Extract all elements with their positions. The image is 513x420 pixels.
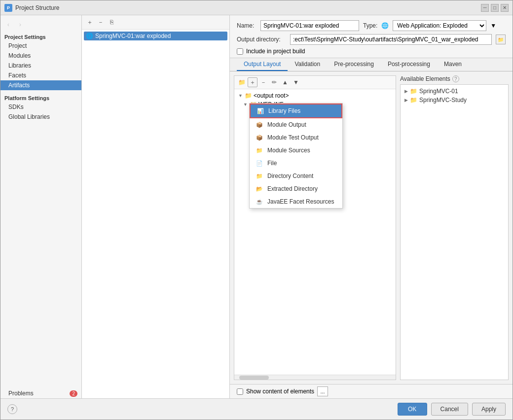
available-elements-header: Available Elements ? <box>400 75 509 82</box>
dropdown-item-label: Library Files <box>268 107 300 114</box>
name-label: Name: <box>237 22 256 29</box>
show-content-label: Show content of elements <box>246 388 314 395</box>
layout-add-btn[interactable]: ＋ <box>248 77 257 87</box>
sidebar-item-modules[interactable]: Modules <box>0 51 81 61</box>
sidebar-item-facets[interactable]: Facets <box>0 70 81 80</box>
dropdown-menu: 📊 Library Files 📦 Module Output 📦 Module… <box>249 103 343 209</box>
tab-validation[interactable]: Validation <box>288 58 327 71</box>
available-tree: ▶ 📁 SpringMVC-01 ▶ 📁 SpringMVC-Study <box>400 84 509 380</box>
type-dropdown-arrow: ▼ <box>490 22 496 29</box>
project-structure-window: P Project Structure ─ □ ✕ ‹ › Project Se… <box>0 0 513 420</box>
output-dir-row: Output directory: 📁 <box>237 34 506 45</box>
layout-remove-btn[interactable]: － <box>258 77 268 87</box>
artifact-item-war-exploded[interactable]: 🌐 SpringMVC-01:war exploded <box>84 32 227 40</box>
tab-pre-processing[interactable]: Pre-processing <box>327 58 381 71</box>
tree-item-label: <output root> <box>254 92 289 99</box>
remove-artifact-button[interactable]: － <box>96 17 106 27</box>
maximize-button[interactable]: □ <box>491 4 499 12</box>
window-title: Project Structure <box>15 4 59 11</box>
ok-button[interactable]: OK <box>398 403 427 416</box>
tree-scrollbar[interactable] <box>234 375 396 380</box>
type-icon: 🌐 <box>381 22 389 29</box>
sidebar-item-problems[interactable]: Problems 2 <box>0 388 81 398</box>
browse-output-dir-button[interactable]: 📁 <box>496 35 506 44</box>
apply-button[interactable]: Apply <box>472 403 506 416</box>
avail-item-springmvc01[interactable]: ▶ 📁 SpringMVC-01 <box>403 87 506 96</box>
layout-down-btn[interactable]: ▼ <box>291 77 301 87</box>
back-button[interactable]: ‹ <box>3 19 13 29</box>
platform-settings-section: Platform Settings <box>0 90 81 102</box>
expand-arrow: ▼ <box>238 93 243 98</box>
layout-tree-panel: 📁 ＋ － ✏ ▲ ▼ ▼ 📁 <out <box>234 75 396 380</box>
output-dir-label: Output directory: <box>237 36 286 43</box>
module-test-output-icon: 📦 <box>256 134 263 141</box>
title-bar: P Project Structure ─ □ ✕ <box>0 0 513 15</box>
type-label: Type: <box>363 22 377 29</box>
app-icon: P <box>4 4 12 12</box>
include-in-build-row: Include in project build <box>237 48 506 55</box>
forward-button[interactable]: › <box>15 19 25 29</box>
available-elements-help-icon: ? <box>452 75 459 82</box>
type-select[interactable]: Web Application: Exploded <box>393 20 486 31</box>
artifact-icon: 🌐 <box>86 33 93 39</box>
sidebar-item-project[interactable]: Project <box>0 41 81 51</box>
tabs-bar: Output Layout Validation Pre-processing … <box>230 58 513 71</box>
copy-artifact-button[interactable]: ⎘ <box>107 17 116 27</box>
show-content-checkbox[interactable] <box>237 388 243 395</box>
dropdown-item-label-3: Module Test Output <box>267 134 319 141</box>
window-controls: ─ □ ✕ <box>481 4 509 12</box>
dropdown-item-library-files[interactable]: 📊 Library Files <box>250 104 342 118</box>
dropdown-item-module-sources[interactable]: 📁 Module Sources <box>250 144 342 157</box>
avail-expand-arrow: ▶ <box>404 89 408 94</box>
sidebar-item-artifacts[interactable]: Artifacts <box>0 80 81 90</box>
dropdown-item-extracted-directory[interactable]: 📂 Extracted Directory <box>250 182 342 195</box>
avail-folder-icon-2: 📁 <box>410 97 417 104</box>
dropdown-item-label-6: Directory Content <box>267 173 313 179</box>
avail-folder-icon: 📁 <box>410 88 417 95</box>
dropdown-item-javaee-facet[interactable]: ☕ JavaEE Facet Resources <box>250 195 342 208</box>
sidebar-item-global-libraries[interactable]: Global Libraries <box>0 112 81 122</box>
dropdown-item-module-test-output[interactable]: 📦 Module Test Output <box>250 131 342 144</box>
dropdown-item-file[interactable]: 📄 File <box>250 157 342 170</box>
avail-item-label-2: SpringMVC-Study <box>419 97 467 104</box>
layout-toolbar: 📁 ＋ － ✏ ▲ ▼ <box>234 76 396 89</box>
output-dir-input[interactable] <box>290 34 492 45</box>
layout-edit-btn[interactable]: ✏ <box>269 77 279 87</box>
dropdown-item-label-7: Extracted Directory <box>267 185 318 192</box>
avail-item-label: SpringMVC-01 <box>419 88 458 95</box>
minimize-button[interactable]: ─ <box>481 4 489 12</box>
footer: ? OK Cancel Apply <box>0 398 513 420</box>
sidebar-item-sdks[interactable]: SDKs <box>0 102 81 112</box>
tree-item-output-root[interactable]: ▼ 📁 <output root> <box>236 91 394 100</box>
layout-folder-btn[interactable]: 📁 <box>237 77 247 87</box>
include-in-build-checkbox[interactable] <box>237 48 243 55</box>
layout-up-btn[interactable]: ▲ <box>280 77 290 87</box>
tab-post-processing[interactable]: Post-processing <box>381 58 437 71</box>
dropdown-item-label-2: Module Output <box>267 121 306 128</box>
artifact-tree: 🌐 SpringMVC-01:war exploded <box>82 30 229 398</box>
scroll-thumb <box>239 376 269 380</box>
add-artifact-button[interactable]: ＋ <box>85 17 95 27</box>
sidebar-nav: ‹ › <box>0 17 81 31</box>
name-input[interactable] <box>260 20 359 31</box>
extracted-dir-icon: 📂 <box>256 185 263 193</box>
footer-left: ? <box>7 404 394 414</box>
show-content-more-button[interactable]: ... <box>317 386 328 396</box>
name-row: Name: Type: 🌐 Web Application: Exploded … <box>237 20 506 31</box>
tab-output-layout[interactable]: Output Layout <box>237 58 288 71</box>
artifact-toolbar: ＋ － ⎘ <box>82 15 229 30</box>
help-button[interactable]: ? <box>7 404 17 414</box>
available-elements-panel: Available Elements ? ▶ 📁 SpringMVC-01 ▶ … <box>400 75 509 380</box>
right-panel: Name: Type: 🌐 Web Application: Exploded … <box>230 15 513 398</box>
cancel-button[interactable]: Cancel <box>431 403 468 416</box>
avail-item-springmvc-study[interactable]: ▶ 📁 SpringMVC-Study <box>403 96 506 105</box>
sidebar-item-libraries[interactable]: Libraries <box>0 61 81 70</box>
close-button[interactable]: ✕ <box>501 4 509 12</box>
library-files-icon: 📊 <box>256 107 264 115</box>
file-dd-icon: 📄 <box>256 159 263 167</box>
dropdown-item-module-output[interactable]: 📦 Module Output <box>250 118 342 131</box>
directory-content-icon: 📁 <box>256 172 263 180</box>
javaee-icon: ☕ <box>256 198 263 206</box>
tab-maven[interactable]: Maven <box>437 58 469 71</box>
dropdown-item-directory-content[interactable]: 📁 Directory Content <box>250 170 342 182</box>
